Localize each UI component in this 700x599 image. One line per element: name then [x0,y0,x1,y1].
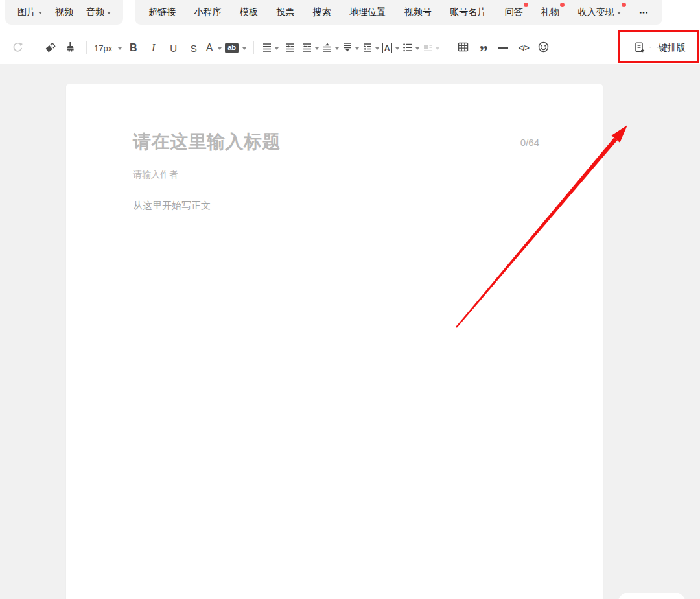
menu-item-search[interactable]: 搜索 [312,5,332,19]
code-button[interactable]: </> [515,38,532,58]
align-justify-icon [261,41,273,55]
font-size-value: 17px [94,43,112,53]
formatting-toolbar: 17px B I U S A ab A [0,32,700,64]
highlight-color-dropdown[interactable]: ab [225,38,246,58]
horizontal-rule-icon [498,47,508,49]
menu-item-more[interactable]: ⋯ [638,6,649,19]
menu-item-channels[interactable]: 视频号 [404,5,432,19]
menu-item-label: 地理位置 [349,6,386,18]
align-justify-dropdown[interactable] [261,38,279,58]
redo-button[interactable] [9,38,27,58]
menu-item-location[interactable]: 地理位置 [349,5,386,19]
chevron-down-icon [38,12,42,14]
chevron-down-icon [395,47,399,50]
menu-item-label: 搜索 [313,6,331,18]
blockquote-button[interactable]: ” [474,38,492,58]
menu-item-label: 超链接 [148,6,176,18]
menu-item-image[interactable]: 图片 [17,5,43,19]
spacing-below-icon [342,41,353,55]
menu-item-label: 投票 [276,6,294,18]
emoji-button[interactable] [535,38,552,58]
italic-button[interactable]: I [145,38,162,58]
menu-item-label: 音频 [86,6,104,18]
editor-background: 请在这里输入标题 0/64 请输入作者 从这里开始写正文 [0,65,700,599]
document-plus-icon [634,41,646,55]
chevron-down-icon [335,47,339,50]
menu-item-audio[interactable]: 音频 [86,5,111,19]
red-dot-badge [560,3,565,7]
menu-item-label: 视频 [55,6,73,18]
menu-item-label: 模板 [240,6,258,18]
chevron-down-icon [375,47,379,50]
spacing-below-dropdown[interactable] [342,38,359,58]
list-dropdown[interactable] [402,38,419,58]
strikethrough-button[interactable]: S [185,38,202,58]
menu-item-template[interactable]: 模板 [239,5,259,19]
emoji-icon [537,41,550,55]
top-menu-bar: 图片 视频 音频 超链接 小程序 模板 投票 搜索 地理位置 视频号 [0,0,700,32]
menu-item-mini-program[interactable]: 小程序 [193,5,222,19]
chevron-down-icon [107,12,111,14]
spacing-above-icon [321,41,333,55]
letter-spacing-dropdown[interactable]: A [382,38,399,58]
chevron-down-icon [275,47,279,50]
indent-icon [362,41,373,55]
chevron-down-icon [218,47,222,50]
more-icon: ⋯ [639,7,649,18]
indent-first-line-button[interactable] [281,38,299,58]
toolbar-divider [447,41,447,54]
redo-icon [12,41,24,55]
format-clear-button[interactable] [41,38,59,58]
one-click-format-button[interactable]: 一键排版 [630,37,690,59]
indent-dropdown[interactable] [362,38,379,58]
menu-item-label: 收入变现 [578,6,614,18]
title-row: 请在这里输入标题 0/64 [133,130,539,154]
format-painter-button[interactable] [62,38,79,58]
menu-item-label: 小程序 [194,6,221,18]
font-color-dropdown[interactable]: A [205,38,222,58]
underline-button[interactable]: U [165,38,182,58]
menu-item-hyperlink[interactable]: 超链接 [148,5,176,19]
image-align-icon [422,41,434,55]
table-icon [457,41,469,55]
bold-button[interactable]: B [124,38,142,58]
media-menu-group: 图片 视频 音频 [5,0,123,25]
outdent-dropdown[interactable] [301,38,319,58]
chevron-down-icon [436,47,439,50]
menu-item-vote[interactable]: 投票 [275,5,295,19]
horizontal-rule-button[interactable] [495,38,512,58]
menu-item-label: 视频号 [404,6,432,18]
menu-item-monetization[interactable]: 收入变现 [578,5,622,19]
font-size-dropdown[interactable]: 17px [94,38,122,58]
title-input[interactable]: 请在这里输入标题 [133,130,281,154]
floating-bottom-panel[interactable] [618,593,686,599]
chevron-down-icon [242,47,246,50]
menu-item-qa[interactable]: 问答 [504,5,524,19]
body-editor[interactable]: 从这里开始写正文 [133,200,539,212]
table-button[interactable] [454,38,472,58]
red-dot-badge [524,3,528,7]
image-align-dropdown[interactable] [422,38,439,58]
indent-first-line-icon [285,41,296,55]
chevron-down-icon [415,47,419,50]
title-char-counter: 0/64 [520,137,539,148]
highlight-icon: ab [225,43,239,53]
article-editor-card: 请在这里输入标题 0/64 请输入作者 从这里开始写正文 [66,84,603,599]
toolbar-divider [253,41,254,54]
menu-item-label: 账号名片 [450,6,486,18]
author-input[interactable]: 请输入作者 [133,169,539,181]
format-painter-icon [64,41,76,55]
menu-item-label: 礼物 [541,6,559,18]
chevron-down-icon [315,47,319,50]
one-click-format-label: 一键排版 [649,42,686,54]
menu-item-gift[interactable]: 礼物 [541,5,560,19]
font-color-icon: A [206,42,213,54]
spacing-above-dropdown[interactable] [321,38,339,58]
menu-item-video[interactable]: 视频 [54,5,74,19]
menu-item-account-card[interactable]: 账号名片 [449,5,487,19]
letter-spacing-icon: A [382,43,392,53]
eraser-icon [44,41,57,56]
outdent-icon [301,41,313,55]
toolbar-divider [86,41,87,54]
toolbar-divider [34,41,34,54]
